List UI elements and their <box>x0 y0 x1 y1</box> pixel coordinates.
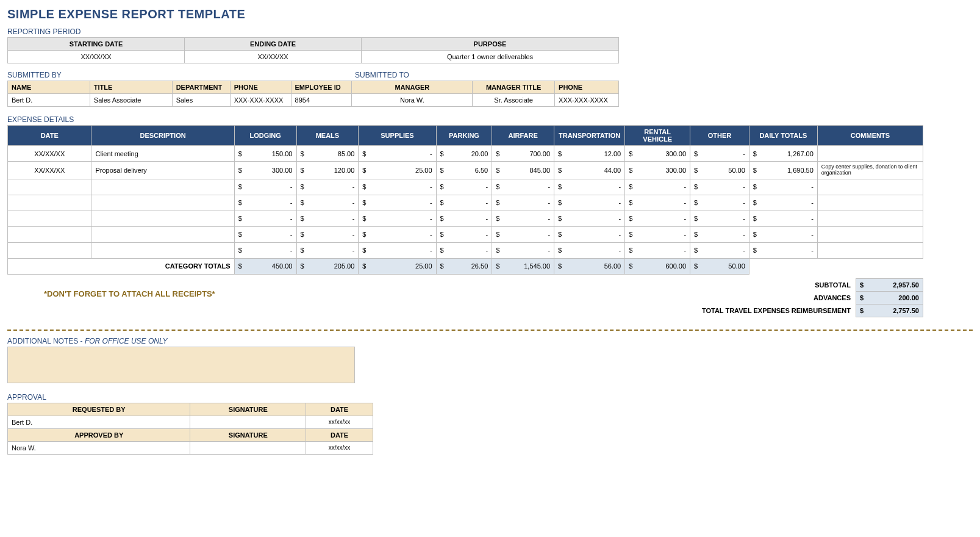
empid-cell[interactable]: 8954 <box>291 94 352 107</box>
lodging-cell[interactable]: $300.00 <box>234 162 296 179</box>
lodging-cell[interactable]: $150.00 <box>234 146 296 162</box>
transport-cell[interactable]: $44.00 <box>554 162 625 179</box>
lodging-cell[interactable]: $- <box>234 226 296 242</box>
date-cell[interactable] <box>8 179 91 195</box>
meals-cell[interactable]: $85.00 <box>296 146 359 162</box>
meals-cell[interactable]: $- <box>296 242 359 258</box>
meals-cell[interactable]: $- <box>296 195 359 211</box>
requested-date-cell[interactable]: xx/xx/xx <box>306 416 373 428</box>
airfare-cell[interactable]: $- <box>492 226 554 242</box>
parking-cell[interactable]: $6.50 <box>436 162 492 179</box>
desc-cell[interactable] <box>91 179 234 195</box>
lodging-cell[interactable]: $- <box>234 195 296 211</box>
total-label: TOTAL TRAVEL EXPENSES REIMBURSEMENT <box>698 304 856 317</box>
parking-cell[interactable]: $- <box>436 211 492 226</box>
date-cell[interactable] <box>8 242 91 258</box>
other-cell[interactable]: $- <box>690 242 749 258</box>
ending-date-cell[interactable]: XX/XX/XX <box>185 51 362 63</box>
date-cell[interactable] <box>8 211 91 226</box>
transport-cell[interactable]: $- <box>554 179 625 195</box>
date-cell[interactable]: XX/XX/XX <box>8 146 91 162</box>
phone-cell[interactable]: XXX-XXX-XXXX <box>230 94 291 107</box>
comments-cell[interactable] <box>817 211 923 226</box>
rental-cell[interactable]: $- <box>625 195 690 211</box>
daily-cell: $1,267.00 <box>749 146 817 162</box>
rental-cell[interactable]: $- <box>625 242 690 258</box>
rental-cell[interactable]: $300.00 <box>625 146 690 162</box>
title-cell[interactable]: Sales Associate <box>90 94 172 107</box>
parking-cell[interactable]: $- <box>436 195 492 211</box>
supplies-cell[interactable]: $- <box>359 211 436 226</box>
desc-cell[interactable]: Client meeting <box>91 146 234 162</box>
meals-cell[interactable]: $- <box>296 179 359 195</box>
other-cell[interactable]: $- <box>690 226 749 242</box>
date-cell[interactable]: XX/XX/XX <box>8 162 91 179</box>
comments-cell[interactable] <box>817 226 923 242</box>
requested-by-cell[interactable]: Bert D. <box>8 416 190 428</box>
airfare-cell[interactable]: $- <box>492 211 554 226</box>
airfare-cell[interactable]: $- <box>492 179 554 195</box>
parking-cell[interactable]: $- <box>436 242 492 258</box>
meals-cell[interactable]: $- <box>296 226 359 242</box>
manager-phone-cell[interactable]: XXX-XXX-XXXX <box>555 94 619 107</box>
desc-cell[interactable] <box>91 242 234 258</box>
supplies-cell[interactable]: $- <box>359 146 436 162</box>
category-totals-label: CATEGORY TOTALS <box>8 258 235 274</box>
rental-cell[interactable]: $- <box>625 226 690 242</box>
other-cell[interactable]: $- <box>690 179 749 195</box>
transport-cell[interactable]: $12.00 <box>554 146 625 162</box>
cat-lodging: $450.00 <box>234 258 296 274</box>
other-cell[interactable]: $- <box>690 211 749 226</box>
starting-date-cell[interactable]: XX/XX/XX <box>8 51 185 63</box>
comments-cell[interactable] <box>817 179 923 195</box>
other-cell[interactable]: $50.00 <box>690 162 749 179</box>
desc-cell[interactable] <box>91 226 234 242</box>
desc-cell[interactable] <box>91 211 234 226</box>
transport-cell[interactable]: $- <box>554 242 625 258</box>
supplies-cell[interactable]: $- <box>359 179 436 195</box>
supplies-cell[interactable]: $25.00 <box>359 162 436 179</box>
desc-cell[interactable]: Proposal delivery <box>91 162 234 179</box>
manager-cell[interactable]: Nora W. <box>352 94 473 107</box>
airfare-cell[interactable]: $845.00 <box>492 162 554 179</box>
other-cell[interactable]: $- <box>690 146 749 162</box>
desc-cell[interactable] <box>91 195 234 211</box>
comments-cell[interactable] <box>817 195 923 211</box>
approved-date-cell[interactable]: xx/xx/xx <box>306 441 373 454</box>
lodging-cell[interactable]: $- <box>234 242 296 258</box>
other-cell[interactable]: $- <box>690 195 749 211</box>
additional-notes-box[interactable] <box>7 347 355 383</box>
parking-cell[interactable]: $- <box>436 226 492 242</box>
date-cell[interactable] <box>8 226 91 242</box>
transport-cell[interactable]: $- <box>554 195 625 211</box>
rental-cell[interactable]: $- <box>625 179 690 195</box>
supplies-cell[interactable]: $- <box>359 242 436 258</box>
lodging-cell[interactable]: $- <box>234 179 296 195</box>
comments-cell[interactable] <box>817 146 923 162</box>
supplies-cell[interactable]: $- <box>359 226 436 242</box>
airfare-cell[interactable]: $- <box>492 242 554 258</box>
dept-cell[interactable]: Sales <box>172 94 230 107</box>
parking-cell[interactable]: $20.00 <box>436 146 492 162</box>
meals-cell[interactable]: $- <box>296 211 359 226</box>
approved-by-cell[interactable]: Nora W. <box>8 441 190 454</box>
requested-signature-cell[interactable] <box>190 416 306 428</box>
date-cell[interactable] <box>8 195 91 211</box>
name-cell[interactable]: Bert D. <box>8 94 90 107</box>
lodging-cell[interactable]: $- <box>234 211 296 226</box>
rental-cell[interactable]: $300.00 <box>625 162 690 179</box>
purpose-cell[interactable]: Quarter 1 owner deliverables <box>362 51 619 63</box>
comments-cell[interactable] <box>817 242 923 258</box>
transport-cell[interactable]: $- <box>554 226 625 242</box>
parking-cell[interactable]: $- <box>436 179 492 195</box>
transport-cell[interactable]: $- <box>554 211 625 226</box>
meals-cell[interactable]: $120.00 <box>296 162 359 179</box>
advances-value[interactable]: $200.00 <box>856 291 923 304</box>
manager-title-cell[interactable]: Sr. Associate <box>473 94 555 107</box>
supplies-cell[interactable]: $- <box>359 195 436 211</box>
airfare-cell[interactable]: $- <box>492 195 554 211</box>
airfare-cell[interactable]: $700.00 <box>492 146 554 162</box>
approved-signature-cell[interactable] <box>190 441 306 454</box>
comments-cell[interactable]: Copy center supplies, donation to client… <box>817 162 923 179</box>
rental-cell[interactable]: $- <box>625 211 690 226</box>
